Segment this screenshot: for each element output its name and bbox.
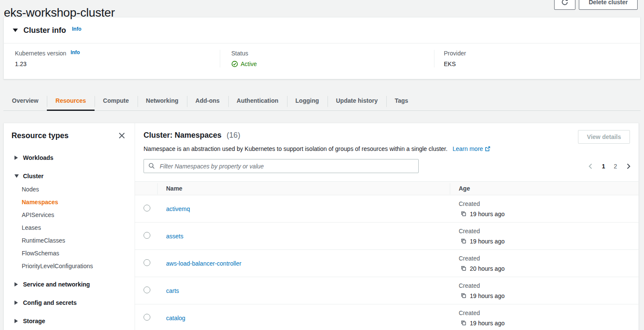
chevron-right-icon [625,163,632,170]
caret-icon [14,301,18,305]
kubernetes-version-info-link[interactable]: Info [71,49,80,55]
tab[interactable]: Add-ons [187,92,228,110]
row-select-radio[interactable] [144,259,150,266]
resource-types-tree: Workloads Cluster Nodes [12,153,127,325]
tree-group-toggle[interactable]: Storage [14,317,127,325]
tree-group-toggle[interactable]: Workloads [14,153,127,162]
copy-icon[interactable] [460,238,467,244]
created-label: Created [459,226,638,236]
caret-icon [14,282,18,287]
tree-group-toggle[interactable]: Config and secrets [14,298,127,307]
header-actions: Delete cluster [554,0,638,10]
row-select-radio[interactable] [144,287,150,293]
page-number[interactable]: 2 [611,163,620,170]
tab-label: Authentication [237,97,279,104]
tree-item[interactable]: RuntimeClasses [22,236,127,245]
tree-group-label: Config and secrets [23,298,77,307]
delete-cluster-button[interactable]: Delete cluster [579,0,638,10]
tree-item[interactable]: Leases [22,223,127,232]
age-cell: Created 19 hours ago [459,226,638,246]
table-count: (16) [227,131,240,139]
tree-item[interactable]: Nodes [22,185,127,194]
tab[interactable]: Logging [287,92,328,110]
tree-group-label: Service and networking [23,280,90,289]
caret-icon [14,319,18,323]
cluster-info-card: Cluster info Info Kubernetes version Inf… [3,17,641,79]
row-select-radio[interactable] [144,232,150,239]
resource-types-sidebar: Resource types Workloads [4,123,135,330]
table-row: activemq Created 19 hours ago [135,195,638,223]
table-row: assets Created 19 hours ago [135,223,638,250]
previous-page-button[interactable] [586,161,596,171]
tree-group-label: Cluster [23,172,43,180]
created-label: Created [459,281,638,291]
copy-icon[interactable] [460,320,467,326]
tree-item[interactable]: FlowSchemas [22,249,127,258]
collapse-caret-icon [13,29,18,32]
close-icon [118,131,127,140]
learn-more-link[interactable]: Learn more [453,145,491,152]
tab[interactable]: Overview [3,92,47,110]
age-cell: Created 19 hours ago [459,308,638,328]
tree-item[interactable]: APIServices [22,211,127,219]
pagination: 1 2 [586,161,633,171]
copy-icon[interactable] [460,292,467,299]
close-sidebar-button[interactable] [118,131,127,140]
refresh-button[interactable] [554,0,575,10]
tree-item[interactable]: Namespaces [22,198,127,206]
tab[interactable]: Authentication [228,92,287,110]
page-title: eks-workshop-cluster [4,6,115,20]
created-label: Created [459,253,638,263]
search-icon [148,162,155,169]
row-select-radio[interactable] [144,314,150,321]
tab-label: Add-ons [196,97,220,104]
caret-icon [14,174,18,178]
tree-group-toggle[interactable]: Service and networking [14,280,127,289]
tab[interactable]: Resources [47,92,95,110]
filter-box [144,159,419,173]
tree-group: Service and networking [14,280,127,289]
view-details-button[interactable]: View details [578,130,630,144]
status-field: Status Active [220,50,434,67]
namespace-link[interactable]: aws-load-balancer-controller [166,260,242,267]
kubernetes-version-value: 1.23 [15,61,220,67]
namespace-link[interactable]: assets [166,233,183,240]
next-page-button[interactable] [623,161,633,171]
table-title: Cluster: Namespaces [144,131,221,139]
row-select-radio[interactable] [144,205,150,211]
age-cell: Created 19 hours ago [459,281,638,301]
namespaces-table: Name Age activemq Created [135,181,638,330]
tab[interactable]: Tags [386,92,417,110]
table-description: Namespace is an abstraction used by Kube… [144,145,491,153]
tab[interactable]: Update history [328,92,386,110]
filter-input[interactable] [144,159,419,173]
table-row: carts Created 19 hours ago [135,277,638,304]
external-link-icon [485,146,491,152]
description-text: Namespace is an abstraction used by Kube… [144,145,448,152]
tab-label: Networking [146,97,178,104]
tree-group: Workloads [14,153,127,162]
page-number[interactable]: 1 [599,163,608,170]
copy-icon[interactable] [460,265,467,272]
refresh-icon [561,0,569,6]
tree-item[interactable]: PriorityLevelConfigurations [22,262,127,270]
cluster-info-header[interactable]: Cluster info Info [4,17,640,43]
tab[interactable]: Networking [138,92,187,110]
age-cell: Created 19 hours ago [459,199,638,219]
tree-group-label: Storage [23,317,45,325]
cluster-info-body: Kubernetes version Info 1.23 Status Acti… [4,43,640,79]
tree-group-toggle[interactable]: Cluster [14,172,127,180]
namespace-link[interactable]: activemq [166,206,190,212]
namespaces-main: Cluster: Namespaces (16) Namespace is an… [135,123,638,330]
namespace-link[interactable]: carts [166,287,179,294]
tab[interactable]: Compute [95,92,138,110]
namespace-link[interactable]: catalog [166,315,185,321]
provider-value: EKS [444,61,640,67]
resources-panel: Resource types Workloads [3,123,639,330]
copy-icon[interactable] [460,211,467,217]
cluster-info-info-link[interactable]: Info [72,26,81,32]
age-value: 20 hours ago [470,263,505,274]
age-value: 19 hours ago [470,236,505,246]
table-header-row: Name Age [135,181,638,195]
age-value: 19 hours ago [470,209,505,219]
